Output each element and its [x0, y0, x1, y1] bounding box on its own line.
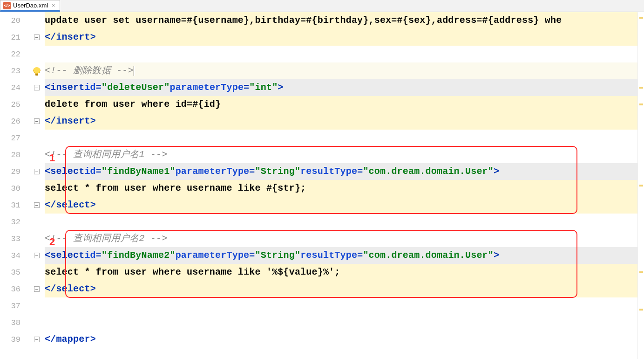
line-number: 22	[4, 46, 20, 62]
fold-cell	[29, 197, 45, 214]
code-line[interactable]: </mapper>	[45, 331, 637, 348]
line-number: 34	[4, 247, 20, 264]
fold-cell	[29, 79, 45, 96]
code-line[interactable]	[45, 214, 637, 230]
fold-cell	[29, 62, 45, 79]
fold-cell	[29, 247, 45, 264]
code-line[interactable]: <select id="findByName1" parameterType="…	[45, 163, 637, 180]
tab-label: UserDao.xml	[13, 2, 48, 9]
code-line[interactable]: select * from user where username like '…	[45, 264, 637, 281]
line-number: 21	[4, 29, 20, 46]
code-line[interactable]: <insert id="deleteUser" parameterType="i…	[45, 79, 637, 96]
fold-cell	[29, 230, 45, 247]
line-number: 28	[4, 146, 20, 163]
line-number: 31	[4, 197, 20, 214]
code-line[interactable]	[45, 46, 637, 62]
fold-cell	[29, 314, 45, 331]
fold-cell	[29, 96, 45, 113]
fold-column	[29, 12, 45, 359]
fold-close-icon[interactable]	[34, 118, 40, 124]
code-line[interactable]: <!-- 删除数据 -->	[45, 62, 637, 79]
line-number: 35	[4, 264, 20, 281]
fold-cell	[29, 297, 45, 314]
code-editor[interactable]: 2021222324252627282930313233343536373839…	[0, 12, 644, 359]
fold-cell	[29, 146, 45, 163]
code-line[interactable]: delete from user where id=#{id}	[45, 96, 637, 113]
line-number: 26	[4, 113, 20, 130]
fold-cell	[29, 113, 45, 130]
line-number: 25	[4, 96, 20, 113]
fold-open-icon[interactable]	[34, 85, 40, 90]
xml-file-icon: </>	[3, 2, 11, 9]
fold-close-icon[interactable]	[34, 35, 40, 40]
line-number: 23	[4, 62, 20, 79]
code-line[interactable]	[45, 130, 637, 146]
fold-close-icon[interactable]	[34, 202, 40, 208]
code-line[interactable]: </select>	[45, 197, 637, 214]
marker-strip	[637, 12, 644, 359]
fold-cell	[29, 130, 45, 146]
code-line[interactable]: update user set username=#{username},bir…	[45, 12, 637, 29]
code-line[interactable]	[45, 297, 637, 314]
code-line[interactable]: </insert>	[45, 29, 637, 46]
close-icon[interactable]: ×	[52, 2, 55, 9]
line-number: 33	[4, 230, 20, 247]
fold-cell	[29, 264, 45, 281]
fold-open-icon[interactable]	[34, 253, 40, 258]
left-margin	[0, 12, 4, 359]
fold-open-icon[interactable]	[34, 169, 40, 174]
code-line[interactable]: <!-- 查询相同用户名1 -->	[45, 146, 637, 163]
tab-bar: </> UserDao.xml ×	[0, 0, 644, 12]
line-number: 27	[4, 130, 20, 146]
fold-cell	[29, 163, 45, 180]
fold-cell	[29, 214, 45, 230]
fold-cell	[29, 281, 45, 297]
line-number: 20	[4, 12, 20, 29]
code-line[interactable]	[45, 314, 637, 331]
code-area[interactable]: update user set username=#{username},bir…	[45, 12, 637, 359]
fold-close-icon[interactable]	[34, 337, 40, 342]
code-line[interactable]: select * from user where username like #…	[45, 180, 637, 197]
line-number: 38	[4, 314, 20, 331]
line-number: 24	[4, 79, 20, 96]
intention-bulb-icon[interactable]	[33, 67, 41, 75]
tab-userdao-xml[interactable]: </> UserDao.xml ×	[0, 0, 60, 12]
line-number: 32	[4, 214, 20, 230]
fold-cell	[29, 46, 45, 62]
line-number-gutter: 2021222324252627282930313233343536373839	[4, 12, 29, 359]
fold-close-icon[interactable]	[34, 286, 40, 292]
fold-cell	[29, 12, 45, 29]
line-number: 30	[4, 180, 20, 197]
line-number: 39	[4, 331, 20, 348]
code-line[interactable]: <select id="findByName2" parameterType="…	[45, 247, 637, 264]
line-number: 37	[4, 297, 20, 314]
line-number: 36	[4, 281, 20, 297]
line-number: 29	[4, 163, 20, 180]
fold-cell	[29, 180, 45, 197]
code-line[interactable]: </insert>	[45, 113, 637, 130]
fold-cell	[29, 29, 45, 46]
code-line[interactable]: <!-- 查询相同用户名2 -->	[45, 230, 637, 247]
code-line[interactable]: </select>	[45, 281, 637, 297]
fold-cell	[29, 331, 45, 348]
